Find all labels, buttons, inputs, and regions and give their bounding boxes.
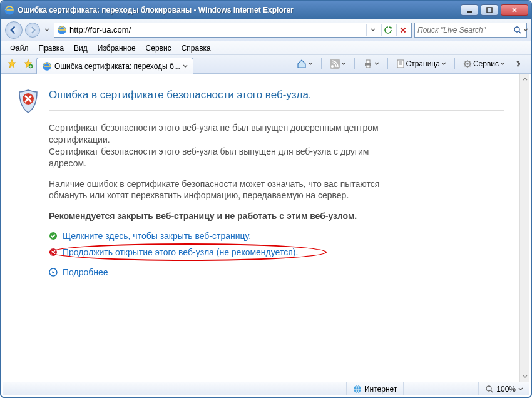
more-info-action: Подробнее bbox=[49, 267, 504, 277]
svg-point-20 bbox=[486, 386, 491, 391]
svg-point-8 bbox=[331, 65, 334, 68]
tools-menu-button[interactable]: Сервис bbox=[460, 58, 508, 70]
close-button[interactable] bbox=[501, 4, 528, 16]
search-input[interactable] bbox=[417, 26, 512, 34]
address-input[interactable] bbox=[69, 25, 364, 34]
zone-indicator[interactable]: Интернет bbox=[346, 382, 403, 395]
svg-rect-11 bbox=[366, 65, 370, 68]
expand-icon bbox=[49, 268, 58, 277]
tab-title: Ошибка сертификата: переходы б... bbox=[54, 62, 180, 71]
svg-point-4 bbox=[514, 27, 519, 32]
maximize-button[interactable] bbox=[481, 4, 498, 16]
protected-mode-seg bbox=[403, 382, 478, 395]
cert-paragraph-2: Сертификат безопасности этого веб-узла б… bbox=[49, 146, 399, 170]
svg-rect-12 bbox=[397, 60, 404, 68]
more-info-link[interactable]: Подробнее bbox=[63, 267, 108, 277]
warning-shield-icon bbox=[49, 248, 58, 257]
zoom-value: 100% bbox=[496, 385, 516, 394]
vertical-scrollbar[interactable] bbox=[519, 74, 529, 382]
continue-action: Продолжить открытие этого веб-узла (не р… bbox=[49, 247, 504, 257]
tab-dropdown-icon[interactable] bbox=[183, 64, 188, 69]
cert-paragraph-1: Сертификат безопасности этого веб-узла н… bbox=[49, 122, 399, 146]
continue-link[interactable]: Продолжить открытие этого веб-узла (не р… bbox=[63, 247, 298, 257]
svg-rect-10 bbox=[366, 60, 370, 63]
zone-label: Интернет bbox=[364, 385, 397, 394]
zoom-dropdown-icon[interactable] bbox=[518, 387, 523, 392]
page-menu-button[interactable]: Страница bbox=[393, 58, 449, 70]
menu-favorites[interactable]: Избранное bbox=[93, 42, 141, 54]
cert-recommendation: Рекомендуется закрыть веб-страницу и не … bbox=[49, 210, 399, 222]
svg-point-14 bbox=[466, 63, 469, 65]
print-button[interactable] bbox=[360, 57, 382, 71]
status-message bbox=[3, 382, 346, 395]
page-icon bbox=[57, 25, 67, 35]
check-shield-icon bbox=[49, 232, 58, 240]
menu-tools[interactable]: Сервис bbox=[141, 42, 176, 54]
browser-tab[interactable]: Ошибка сертификата: переходы б... bbox=[36, 58, 193, 74]
zoom-icon bbox=[485, 385, 494, 394]
page-label: Страница bbox=[406, 59, 440, 68]
tab-ie-icon bbox=[42, 61, 52, 71]
tab-bar: Ошибка сертификата: переходы б... Страни… bbox=[1, 55, 531, 74]
search-button[interactable] bbox=[513, 24, 522, 36]
forward-button[interactable] bbox=[25, 23, 40, 38]
back-button[interactable] bbox=[5, 21, 23, 39]
add-favorites-button[interactable] bbox=[21, 57, 35, 71]
tools-label: Сервис bbox=[473, 59, 499, 68]
search-bar bbox=[414, 23, 527, 38]
feeds-button[interactable] bbox=[327, 57, 349, 71]
cert-paragraph-3: Наличие ошибок в сертификате безопасност… bbox=[49, 178, 399, 202]
menu-bar: Файл Правка Вид Избранное Сервис Справка bbox=[1, 41, 531, 55]
menu-file[interactable]: Файл bbox=[5, 42, 34, 54]
favorites-center-button[interactable] bbox=[5, 57, 19, 71]
scroll-down-button[interactable] bbox=[520, 372, 529, 382]
status-bar: Интернет 100% bbox=[3, 382, 529, 395]
content-area: Ошибка в сертификате безопасности этого … bbox=[3, 74, 529, 382]
refresh-button[interactable] bbox=[381, 24, 394, 36]
address-bar bbox=[54, 23, 412, 38]
address-dropdown[interactable] bbox=[366, 24, 379, 36]
stop-button[interactable] bbox=[396, 24, 409, 36]
command-bar: Страница Сервис bbox=[289, 57, 528, 73]
menu-help[interactable]: Справка bbox=[176, 42, 216, 54]
close-page-action: Щелкните здесь, чтобы закрыть веб-страни… bbox=[49, 231, 504, 241]
window-title: Ошибка сертификата: переходы блокированы… bbox=[18, 6, 461, 14]
divider bbox=[49, 110, 504, 111]
recent-pages-dropdown[interactable] bbox=[43, 21, 51, 39]
menu-edit[interactable]: Правка bbox=[34, 42, 69, 54]
window-titlebar: Ошибка сертификата: переходы блокированы… bbox=[1, 1, 531, 19]
globe-icon bbox=[353, 385, 362, 394]
ie-logo-icon bbox=[4, 4, 15, 16]
search-options-dropdown[interactable] bbox=[523, 24, 528, 36]
minimize-button[interactable] bbox=[461, 4, 478, 16]
shield-error-icon bbox=[18, 89, 38, 283]
close-page-link[interactable]: Щелкните здесь, чтобы закрыть веб-страни… bbox=[63, 231, 251, 241]
toolbar-chevron-button[interactable] bbox=[513, 58, 523, 69]
zoom-control[interactable]: 100% bbox=[478, 382, 529, 395]
navigation-bar bbox=[1, 19, 531, 41]
svg-rect-1 bbox=[467, 11, 472, 13]
home-button[interactable] bbox=[294, 57, 316, 71]
svg-rect-2 bbox=[487, 8, 492, 13]
scroll-up-button[interactable] bbox=[520, 74, 529, 84]
cert-error-heading: Ошибка в сертификате безопасности этого … bbox=[49, 89, 504, 101]
menu-view[interactable]: Вид bbox=[69, 42, 93, 54]
